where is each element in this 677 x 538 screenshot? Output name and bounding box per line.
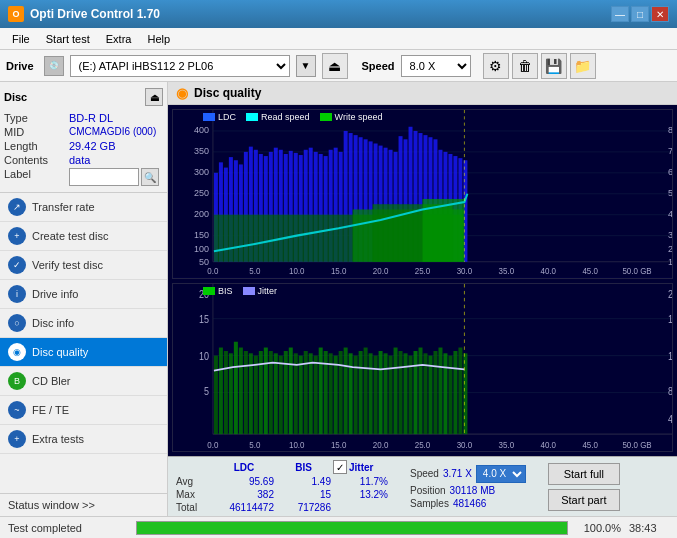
nav-fe-te-label: FE / TE (32, 404, 69, 416)
length-label: Length (4, 140, 69, 152)
samples-label: Samples (410, 498, 449, 509)
disc-header: Disc ⏏ (4, 86, 163, 108)
svg-text:25.0: 25.0 (415, 267, 431, 276)
svg-text:10.0: 10.0 (289, 267, 305, 276)
disc-length-row: Length 29.42 GB (4, 140, 163, 152)
ldc-bis-jitter-section: LDC BIS ✓ Jitter Avg 95.69 1.49 11.7% Ma… (176, 460, 388, 513)
menu-help[interactable]: Help (139, 31, 178, 47)
speed-select[interactable]: 4.0 X (476, 465, 526, 483)
legend-bis-label: BIS (218, 286, 233, 296)
burn-icon[interactable]: 💾 (541, 53, 567, 79)
drive-select[interactable]: (E:) ATAPI iHBS112 2 PL06 (70, 55, 290, 77)
svg-text:30.0: 30.0 (457, 439, 473, 450)
drivebar: Drive 💿 (E:) ATAPI iHBS112 2 PL06 ▼ ⏏ Sp… (0, 50, 677, 82)
main-content: Disc ⏏ Type BD-R DL MID CMCMAGDI6 (000) … (0, 82, 677, 516)
options-icon[interactable]: ⚙ (483, 53, 509, 79)
speed-row: Speed 3.71 X 4.0 X (410, 465, 526, 483)
svg-rect-157 (409, 355, 413, 434)
close-button[interactable]: ✕ (651, 6, 669, 22)
total-row: Total 46114472 717286 (176, 502, 388, 513)
titlebar: O Opti Drive Control 1.70 — □ ✕ (0, 0, 677, 28)
speed-select[interactable]: 8.0 X (401, 55, 471, 77)
nav-cd-bler[interactable]: B CD Bler (0, 367, 167, 396)
nav-disc-quality[interactable]: ◉ Disc quality (0, 338, 167, 367)
disc-eject-button[interactable]: ⏏ (145, 88, 163, 106)
drive-arrow-button[interactable]: ▼ (296, 55, 316, 77)
stats-bar: LDC BIS ✓ Jitter Avg 95.69 1.49 11.7% Ma… (168, 456, 677, 516)
svg-text:15.0: 15.0 (331, 439, 347, 450)
bis-max: 15 (276, 489, 331, 500)
start-full-button[interactable]: Start full (548, 463, 620, 485)
maximize-button[interactable]: □ (631, 6, 649, 22)
svg-text:150: 150 (194, 230, 209, 240)
chart-ldc: LDC Read speed Write speed (172, 109, 673, 279)
length-value: 29.42 GB (69, 140, 115, 152)
svg-rect-119 (219, 347, 223, 434)
svg-rect-159 (419, 347, 423, 434)
legend-ldc-label: LDC (218, 112, 236, 122)
svg-rect-168 (463, 353, 467, 434)
svg-rect-131 (279, 355, 283, 434)
svg-text:45.0: 45.0 (582, 439, 598, 450)
drive-icon: 💿 (44, 56, 64, 76)
ldc-max: 382 (214, 489, 274, 500)
jitter-checkbox[interactable]: ✓ (333, 460, 347, 474)
erase-icon[interactable]: 🗑 (512, 53, 538, 79)
svg-text:16%: 16% (668, 313, 672, 325)
menubar: File Start test Extra Help (0, 28, 677, 50)
app-title: Opti Drive Control 1.70 (30, 7, 611, 21)
chart-bis: BIS Jitter 20 15 (172, 283, 673, 453)
nav-create-test-disc[interactable]: + Create test disc (0, 222, 167, 251)
svg-text:35.0: 35.0 (499, 267, 515, 276)
contents-label: Contents (4, 154, 69, 166)
menu-extra[interactable]: Extra (98, 31, 140, 47)
svg-rect-123 (239, 347, 243, 434)
svg-rect-139 (319, 347, 323, 434)
svg-text:40.0: 40.0 (540, 267, 556, 276)
jitter-header: Jitter (349, 462, 373, 473)
svg-rect-142 (334, 355, 338, 434)
status-time: 38:43 (629, 522, 669, 534)
status-window-button[interactable]: Status window >> (0, 493, 167, 516)
max-label: Max (176, 489, 212, 500)
nav-transfer-rate[interactable]: ↗ Transfer rate (0, 193, 167, 222)
speed-pos-section: Speed 3.71 X 4.0 X Position 30118 MB Sam… (410, 465, 526, 509)
svg-text:1X: 1X (668, 257, 672, 267)
svg-rect-124 (244, 351, 248, 434)
nav-drive-info[interactable]: i Drive info (0, 280, 167, 309)
start-part-button[interactable]: Start part (548, 489, 620, 511)
save-icon[interactable]: 📁 (570, 53, 596, 79)
nav-extra-tests[interactable]: + Extra tests (0, 425, 167, 454)
label-input-container: 🔍 (69, 168, 159, 186)
nav-fe-te[interactable]: ~ FE / TE (0, 396, 167, 425)
svg-rect-151 (379, 351, 383, 434)
svg-text:5X: 5X (668, 188, 672, 198)
svg-rect-156 (404, 353, 408, 434)
svg-rect-118 (214, 355, 218, 434)
svg-text:10.0: 10.0 (289, 439, 305, 450)
nav-verify-test-disc[interactable]: ✓ Verify test disc (0, 251, 167, 280)
menu-file[interactable]: File (4, 31, 38, 47)
svg-text:5.0: 5.0 (249, 267, 261, 276)
mid-value: CMCMAGDI6 (000) (69, 126, 156, 138)
label-search-button[interactable]: 🔍 (141, 168, 159, 186)
label-input[interactable] (69, 168, 139, 186)
svg-rect-121 (229, 353, 233, 434)
bis-total: 717286 (276, 502, 331, 513)
ldc-color (203, 113, 215, 121)
eject-icon[interactable]: ⏏ (322, 53, 348, 79)
progress-bar (136, 521, 568, 535)
legend-ldc: LDC (203, 112, 236, 122)
svg-rect-154 (394, 347, 398, 434)
nav-create-test-disc-label: Create test disc (32, 230, 108, 242)
svg-text:4X: 4X (668, 209, 672, 219)
svg-rect-155 (399, 351, 403, 434)
status-window-label: Status window >> (8, 499, 95, 511)
nav-disc-info[interactable]: ○ Disc info (0, 309, 167, 338)
minimize-button[interactable]: — (611, 6, 629, 22)
svg-text:350: 350 (194, 146, 209, 156)
menu-start-test[interactable]: Start test (38, 31, 98, 47)
disc-type-row: Type BD-R DL (4, 112, 163, 124)
svg-rect-161 (428, 355, 432, 434)
avg-label: Avg (176, 476, 212, 487)
